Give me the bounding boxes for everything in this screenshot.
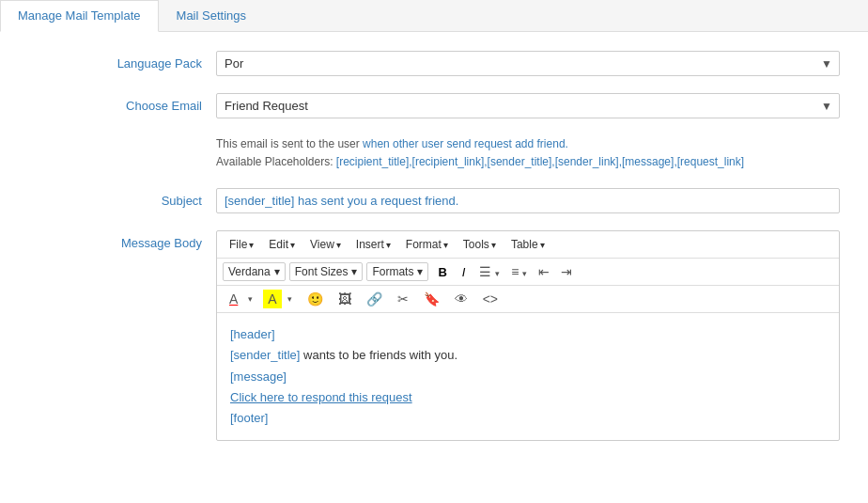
subject-label: Subject (28, 188, 216, 208)
italic-button[interactable]: I (457, 263, 472, 281)
toolbar-tools-btn[interactable]: Tools ▾ (457, 235, 503, 254)
choose-email-select-wrapper[interactable]: Friend Request ▼ (216, 93, 840, 118)
ordered-list-btn[interactable]: ≡ ▾ (506, 262, 532, 281)
font-chevron-icon: ▾ (274, 265, 280, 278)
choose-email-row: Choose Email Friend Request ▼ (28, 93, 840, 118)
bookmark-btn[interactable]: 🔖 (419, 290, 444, 308)
edit-chevron-icon: ▾ (290, 240, 295, 250)
toolbar-format-btn[interactable]: Format ▾ (399, 235, 455, 254)
highlight-chevron-btn[interactable]: ▾ (283, 292, 297, 306)
format-chevron-icon: ▾ (443, 240, 448, 250)
tab-mail-settings[interactable]: Mail Settings (159, 0, 264, 31)
info-line2: Available Placeholders: (216, 155, 336, 168)
editor-body[interactable]: [header] [sender_title] wants to be frie… (217, 313, 839, 439)
message-tag: [message] (230, 369, 287, 384)
tools-chevron-icon: ▾ (491, 240, 496, 250)
formats-chevron-icon: ▾ (417, 265, 423, 278)
info-placeholders: [recipient_title],[recipient_link],[send… (336, 155, 744, 168)
choose-email-select[interactable]: Friend Request (216, 93, 840, 118)
toolbar-edit-btn[interactable]: Edit ▾ (262, 235, 302, 254)
language-pack-row: Language Pack Por ▼ (28, 51, 840, 76)
info-row: This email is sent to the user when othe… (28, 135, 840, 171)
subject-input[interactable] (216, 188, 840, 213)
form-area: Language Pack Por ▼ Choose Email Friend … (0, 32, 868, 477)
toolbar-file-btn[interactable]: File ▾ (223, 235, 260, 254)
editor-line-message: [message] (230, 367, 826, 387)
unordered-list-btn[interactable]: ☰ ▾ (474, 262, 504, 281)
insert-chevron-icon: ▾ (386, 240, 391, 250)
file-chevron-icon: ▾ (249, 240, 254, 250)
editor-line-header: [header] (230, 324, 826, 345)
editor-line-click: Click here to respond this request (230, 387, 826, 408)
language-pack-control: Por ▼ (216, 51, 840, 76)
tab-manage-mail-label: Manage Mail Template (18, 8, 141, 23)
editor-line-footer: [footer] (230, 408, 826, 429)
info-text: This email is sent to the user when othe… (216, 135, 840, 171)
info-text-block: This email is sent to the user when othe… (216, 135, 840, 171)
image-btn[interactable]: 🖼 (333, 290, 356, 308)
subject-row: Subject (28, 188, 840, 213)
language-pack-label: Language Pack (28, 51, 216, 71)
font-size-chevron-icon: ▾ (351, 265, 357, 278)
message-body-control: File ▾ Edit ▾ View ▾ Insert ▾ (216, 230, 840, 440)
view-chevron-icon: ▾ (336, 240, 341, 250)
emoji-btn[interactable]: 🙂 (302, 290, 328, 308)
info-line1: This email is sent to the user (216, 137, 363, 150)
choose-email-control: Friend Request ▼ (216, 93, 840, 118)
message-body-label: Message Body (28, 230, 216, 250)
indent-btn[interactable]: ⇥ (556, 262, 577, 281)
font-select[interactable]: Verdana ▾ (223, 262, 286, 281)
message-body-row: Message Body File ▾ Edit ▾ View ▾ (28, 230, 840, 440)
source-btn[interactable]: <> (478, 290, 503, 308)
editor-container: File ▾ Edit ▾ View ▾ Insert ▾ (216, 230, 840, 440)
wants-text: wants to be friends with you. (300, 348, 457, 362)
footer-tag: [footer] (230, 411, 268, 425)
font-size-select[interactable]: Font Sizes ▾ (289, 262, 364, 281)
table-chevron-icon: ▾ (540, 240, 545, 250)
font-color-chevron-btn[interactable]: ▾ (243, 292, 257, 306)
toolbar-insert-btn[interactable]: Insert ▾ (349, 235, 397, 254)
link-btn[interactable]: 🔗 (362, 290, 387, 308)
toolbar-view-btn[interactable]: View ▾ (303, 235, 348, 254)
header-tag: [header] (230, 327, 275, 341)
tab-manage-mail[interactable]: Manage Mail Template (0, 0, 159, 32)
tab-bar: Manage Mail Template Mail Settings (0, 0, 868, 32)
click-here-text[interactable]: Click here to respond this request (230, 390, 412, 404)
toolbar-table-btn[interactable]: Table ▾ (504, 235, 551, 254)
language-pack-select-wrapper[interactable]: Por ▼ (216, 51, 840, 76)
font-color-btn[interactable]: A (225, 290, 242, 308)
editor-toolbar-row3: A ▾ A ▾ 🙂 🖼 🔗 ✂ 🔖 👁 <> (217, 286, 839, 313)
language-pack-select[interactable]: Por (216, 51, 840, 76)
preview-btn[interactable]: 👁 (450, 290, 473, 308)
choose-email-label: Choose Email (28, 93, 216, 113)
sender-title-tag: [sender_title] (230, 348, 300, 362)
tab-mail-settings-label: Mail Settings (177, 8, 246, 23)
bold-button[interactable]: B (432, 263, 452, 281)
scissors-btn[interactable]: ✂ (393, 290, 413, 308)
subject-control (216, 188, 840, 213)
outdent-btn[interactable]: ⇤ (534, 262, 554, 281)
editor-toolbar-row2: Verdana ▾ Font Sizes ▾ Formats ▾ B I ☰ ▾ (217, 259, 839, 286)
editor-toolbar-row1: File ▾ Edit ▾ View ▾ Insert ▾ (217, 231, 839, 259)
info-label-spacer (28, 135, 216, 141)
info-when: when other user send request add friend. (363, 137, 568, 150)
editor-line-sender: [sender_title] wants to be friends with … (230, 345, 826, 366)
formats-select[interactable]: Formats ▾ (366, 262, 428, 281)
highlight-btn[interactable]: A (263, 290, 281, 308)
